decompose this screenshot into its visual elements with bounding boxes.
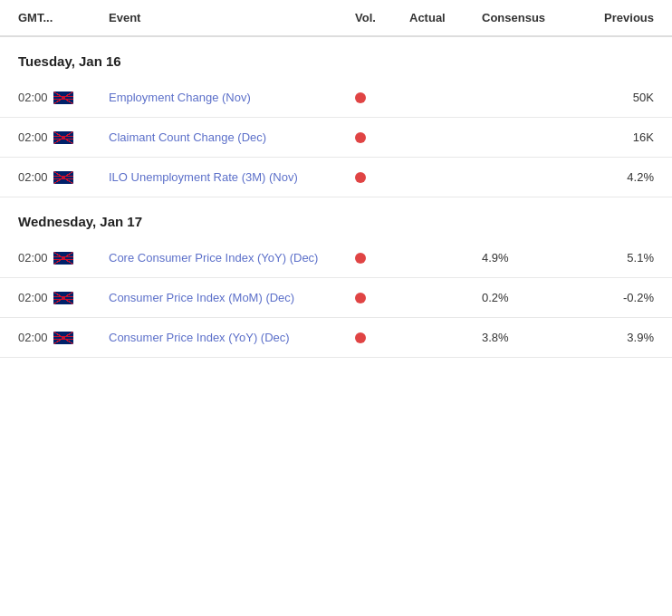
vol-dot-icon [355, 293, 366, 303]
time-cell: 02:00 [18, 251, 109, 265]
header-previous: Previous [572, 11, 654, 24]
flag-uk-icon [53, 171, 73, 184]
table-header: GMT... Event Vol. Actual Consensus Previ… [0, 0, 672, 37]
section-0: Tuesday, Jan 1602:00Employment Change (N… [0, 37, 672, 197]
flag-uk-icon [53, 131, 73, 144]
vol-dot-icon [355, 332, 366, 343]
time-cell: 02:00 [18, 130, 109, 144]
economic-calendar: GMT... Event Vol. Actual Consensus Previ… [0, 0, 672, 358]
vol-cell [355, 253, 409, 264]
time-value: 02:00 [18, 91, 48, 104]
event-name[interactable]: Core Consumer Price Index (YoY) (Dec) [109, 251, 355, 265]
time-value: 02:00 [18, 251, 48, 265]
header-gmt: GMT... [18, 11, 109, 24]
section-date-0: Tuesday, Jan 16 [0, 37, 672, 78]
consensus-value: 3.8% [482, 331, 572, 344]
vol-dot-icon [355, 92, 366, 103]
previous-value: 3.9% [572, 331, 654, 344]
time-value: 02:00 [18, 170, 48, 184]
vol-dot-icon [355, 253, 366, 264]
sections-container: Tuesday, Jan 1602:00Employment Change (N… [0, 37, 672, 358]
section-1: Wednesday, Jan 1702:00Core Consumer Pric… [0, 197, 672, 358]
previous-value: 16K [572, 130, 654, 144]
vol-cell [355, 332, 409, 343]
event-name[interactable]: Consumer Price Index (MoM) (Dec) [109, 291, 355, 304]
time-value: 02:00 [18, 291, 48, 304]
time-cell: 02:00 [18, 91, 109, 104]
table-row[interactable]: 02:00Consumer Price Index (MoM) (Dec)0.2… [0, 278, 672, 318]
table-row[interactable]: 02:00Consumer Price Index (YoY) (Dec)3.8… [0, 318, 672, 358]
table-row[interactable]: 02:00ILO Unemployment Rate (3M) (Nov)4.2… [0, 158, 672, 197]
flag-uk-icon [53, 91, 73, 104]
previous-value: 5.1% [572, 251, 654, 265]
header-vol: Vol. [355, 11, 409, 24]
flag-uk-icon [53, 292, 73, 304]
vol-cell [355, 132, 409, 143]
consensus-value: 4.9% [482, 251, 572, 265]
time-value: 02:00 [18, 331, 48, 344]
header-consensus: Consensus [482, 11, 572, 24]
previous-value: -0.2% [572, 291, 654, 304]
vol-cell [355, 92, 409, 103]
vol-dot-icon [355, 132, 366, 143]
previous-value: 4.2% [572, 170, 654, 184]
time-cell: 02:00 [18, 291, 109, 304]
event-name[interactable]: Consumer Price Index (YoY) (Dec) [109, 331, 355, 344]
event-name[interactable]: Claimant Count Change (Dec) [109, 130, 355, 144]
header-event: Event [109, 11, 355, 24]
table-row[interactable]: 02:00Employment Change (Nov)50K [0, 78, 672, 118]
time-cell: 02:00 [18, 170, 109, 184]
vol-cell [355, 293, 409, 303]
section-date-1: Wednesday, Jan 17 [0, 197, 672, 238]
table-row[interactable]: 02:00Core Consumer Price Index (YoY) (De… [0, 238, 672, 278]
table-row[interactable]: 02:00Claimant Count Change (Dec)16K [0, 118, 672, 158]
vol-dot-icon [355, 172, 366, 183]
time-value: 02:00 [18, 130, 48, 144]
header-actual: Actual [409, 11, 482, 24]
event-name[interactable]: ILO Unemployment Rate (3M) (Nov) [109, 170, 355, 184]
previous-value: 50K [572, 91, 654, 104]
time-cell: 02:00 [18, 331, 109, 344]
flag-uk-icon [53, 252, 73, 265]
flag-uk-icon [53, 332, 73, 344]
consensus-value: 0.2% [482, 291, 572, 304]
event-name[interactable]: Employment Change (Nov) [109, 91, 355, 104]
vol-cell [355, 172, 409, 183]
